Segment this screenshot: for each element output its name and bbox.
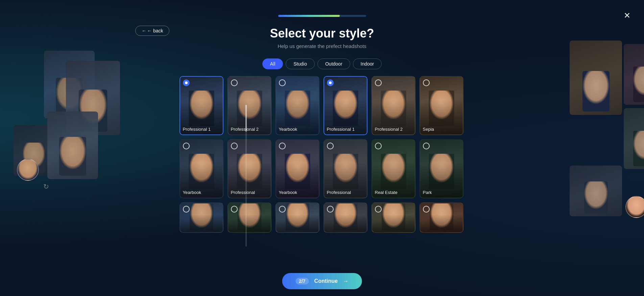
style-card-pro1f[interactable]: Professional 1 <box>324 76 367 135</box>
progress-bar-fill <box>278 15 340 17</box>
card-radio-sepia <box>423 79 430 86</box>
continue-arrow-icon: → <box>343 278 349 284</box>
filter-tabs: All Studio Outdoor Indoor <box>262 58 382 69</box>
card-label-yb3: Yearbook <box>279 190 297 195</box>
style-card-yb1[interactable]: Yearbook <box>276 76 319 135</box>
continue-label: Continue <box>314 278 338 284</box>
card-label-pro1f: Professional 1 <box>327 127 355 132</box>
page-subtitle: Help us generate the prefect headshots <box>278 43 366 49</box>
filter-tab-studio[interactable]: Studio <box>286 58 315 69</box>
card-radio-park <box>423 143 430 149</box>
scrollbar-thumb <box>245 105 247 132</box>
card-radio-yb1 <box>279 79 286 86</box>
style-card-p1[interactable] <box>180 202 223 233</box>
style-card-p2[interactable] <box>228 202 271 233</box>
card-label-pro2f: Professional 2 <box>375 127 403 132</box>
style-card-p6[interactable] <box>420 202 463 233</box>
card-radio-p5 <box>375 206 382 213</box>
card-label-park: Park <box>423 190 432 195</box>
scrollbar-track[interactable] <box>245 105 247 247</box>
card-radio-p4 <box>327 206 334 213</box>
style-card-sepia[interactable]: Sepia <box>420 76 463 135</box>
style-card-realestate[interactable]: Real Estate <box>372 139 415 198</box>
card-radio-p1 <box>183 206 190 213</box>
style-card-park[interactable]: Park <box>420 139 463 198</box>
style-card-p3[interactable] <box>276 202 319 233</box>
filter-tab-outdoor[interactable]: Outdoor <box>317 58 350 69</box>
progress-bar-container <box>278 15 366 17</box>
card-radio-yb3 <box>279 143 286 149</box>
card-radio-pro1 <box>183 79 190 86</box>
card-label-yb1: Yearbook <box>279 127 297 132</box>
card-radio-realestate <box>375 143 382 149</box>
main-content: ← ← back Select your style? Help us gene… <box>0 0 644 296</box>
card-label-yb2: Yearbook <box>183 190 201 195</box>
filter-tab-indoor[interactable]: Indoor <box>353 58 382 69</box>
card-radio-pro4 <box>327 143 334 149</box>
style-card-p4[interactable] <box>324 202 367 233</box>
card-radio-pro2f <box>375 79 382 86</box>
style-card-p5[interactable] <box>372 202 415 233</box>
style-card-pro1[interactable]: Professional 1 <box>180 76 223 135</box>
card-radio-p2 <box>231 206 238 213</box>
back-arrow-icon: ← <box>142 28 146 33</box>
style-grid: Professional 1 Professional 2 Yearbook <box>180 76 465 233</box>
style-card-yb2[interactable]: Yearbook <box>180 139 223 198</box>
card-radio-pro1f <box>327 79 334 86</box>
back-label: ← back <box>147 28 163 33</box>
card-radio-pro3 <box>231 143 238 149</box>
close-icon: ✕ <box>624 11 630 20</box>
style-card-pro4[interactable]: Professional <box>324 139 367 198</box>
card-label-sepia: Sepia <box>423 127 434 132</box>
page-title: Select your style? <box>270 26 374 41</box>
back-button[interactable]: ← ← back <box>135 26 169 36</box>
card-label-pro2: Professional 2 <box>231 127 259 132</box>
card-radio-pro2 <box>231 79 238 86</box>
continue-button[interactable]: 2/7 Continue → <box>282 273 362 289</box>
card-label-pro4: Professional <box>327 190 351 195</box>
style-card-yb3[interactable]: Yearbook <box>276 139 319 198</box>
card-radio-yb2 <box>183 143 190 149</box>
card-label-pro1: Professional 1 <box>183 127 211 132</box>
style-card-pro2[interactable]: Professional 2 <box>228 76 271 135</box>
style-card-pro3[interactable]: Professional <box>228 139 271 198</box>
filter-tab-all[interactable]: All <box>262 58 283 69</box>
card-label-realestate: Real Estate <box>375 190 398 195</box>
card-radio-p6 <box>423 206 430 213</box>
style-card-pro2f[interactable]: Professional 2 <box>372 76 415 135</box>
card-label-pro3: Professional <box>231 190 255 195</box>
close-button[interactable]: ✕ <box>624 11 630 20</box>
card-radio-p3 <box>279 206 286 213</box>
continue-badge: 2/7 <box>295 278 309 285</box>
